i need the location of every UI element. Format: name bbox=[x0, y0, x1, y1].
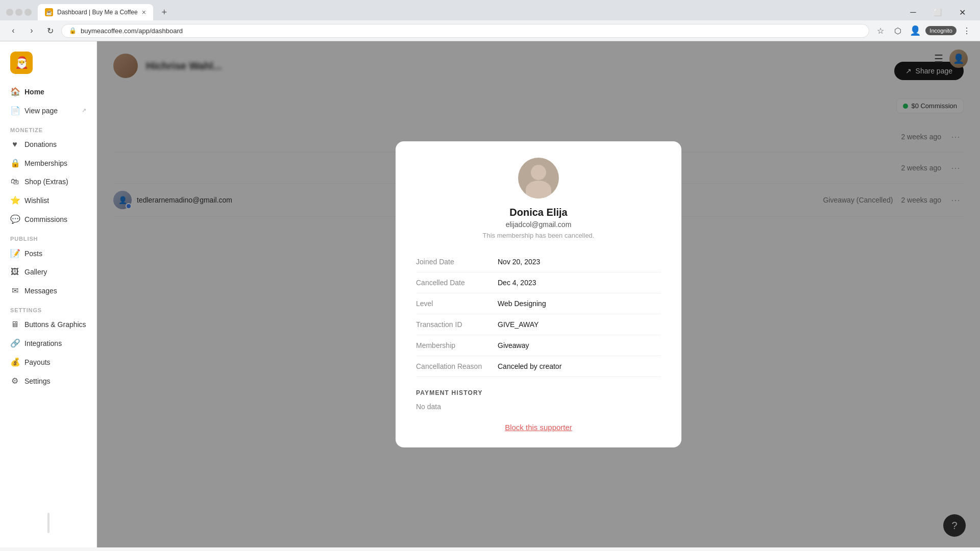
sidebar-item-memberships[interactable]: 🔒 Memberships bbox=[0, 154, 96, 172]
tab-close-icon[interactable]: × bbox=[142, 8, 146, 16]
extension-icon[interactable]: ⬡ bbox=[891, 23, 905, 38]
view-page-icon: 📄 bbox=[10, 106, 19, 115]
tab-title: Dashboard | Buy Me a Coffee bbox=[57, 9, 138, 16]
gallery-icon: 🖼 bbox=[10, 267, 19, 277]
sidebar-item-gallery[interactable]: 🖼 Gallery bbox=[0, 263, 96, 281]
sidebar-item-integrations[interactable]: 🔗 Integrations bbox=[0, 334, 96, 353]
sidebar-item-view-page-label: View page bbox=[24, 107, 58, 115]
browser-titlebar: ☕ Dashboard | Buy Me a Coffee × + ─ ⬜ ✕ bbox=[0, 0, 980, 20]
sidebar-item-payouts[interactable]: 💰 Payouts bbox=[0, 353, 96, 371]
membership-value: Giveaway bbox=[498, 341, 529, 349]
sidebar-item-home-label: Home bbox=[24, 88, 44, 96]
sidebar-item-settings-label: Settings bbox=[24, 377, 51, 385]
main-content: ☰ 👤 Hichrise Wahl... ↗ Share page $0 Com… bbox=[97, 41, 980, 547]
detail-transaction-id: Transaction ID GIVE_AWAY bbox=[416, 314, 661, 335]
sidebar-item-posts[interactable]: 📝 Posts bbox=[0, 244, 96, 263]
block-supporter-button[interactable]: Block this supporter bbox=[396, 423, 681, 432]
url-text: buymeacoffee.com/app/dashboard bbox=[81, 27, 183, 35]
minimize-button[interactable] bbox=[6, 9, 13, 16]
sidebar-item-integrations-label: Integrations bbox=[24, 339, 62, 347]
modal-overlay[interactable]: Donica Elija elijadcol@gmail.com This me… bbox=[97, 41, 980, 547]
logo-emoji: 🎅 bbox=[15, 56, 29, 69]
transaction-id-label: Transaction ID bbox=[416, 320, 498, 329]
joined-date-value: Nov 20, 2023 bbox=[498, 258, 540, 266]
settings-section-label: SETTINGS bbox=[0, 300, 96, 315]
bookmark-icon[interactable]: ☆ bbox=[873, 23, 888, 38]
reload-button[interactable]: ↻ bbox=[43, 23, 57, 38]
incognito-badge: Incognito bbox=[925, 26, 957, 35]
sidebar-item-wishlist[interactable]: ⭐ Wishlist bbox=[0, 191, 96, 210]
sidebar-nav: 🏠 Home 📄 View page ↗ MONETIZE ♥ Donation… bbox=[0, 82, 96, 507]
profile-icon[interactable]: 👤 bbox=[908, 23, 922, 38]
sidebar-item-messages[interactable]: ✉ Messages bbox=[0, 281, 96, 300]
browser-tab[interactable]: ☕ Dashboard | Buy Me a Coffee × bbox=[38, 4, 153, 20]
membership-status: This membership has been cancelled. bbox=[396, 232, 681, 239]
forward-button[interactable]: › bbox=[24, 23, 39, 38]
detail-cancelled-date: Cancelled Date Dec 4, 2023 bbox=[416, 272, 661, 293]
back-button[interactable]: ‹ bbox=[6, 23, 20, 38]
supporter-name: Donica Elija bbox=[396, 207, 681, 218]
sidebar-logo: 🎅 bbox=[0, 49, 96, 82]
level-value: Web Designing bbox=[498, 299, 546, 308]
sidebar-item-donations[interactable]: ♥ Donations bbox=[0, 135, 96, 154]
win-close-button[interactable]: ✕ bbox=[950, 4, 974, 20]
sidebar-item-view-page[interactable]: 📄 View page ↗ bbox=[0, 101, 96, 120]
sidebar-item-wishlist-label: Wishlist bbox=[24, 196, 49, 205]
cancellation-reason-value: Canceled by creator bbox=[498, 362, 561, 370]
transaction-id-value: GIVE_AWAY bbox=[498, 320, 538, 329]
sidebar-item-home[interactable]: 🏠 Home bbox=[0, 82, 96, 101]
wishlist-icon: ⭐ bbox=[10, 195, 19, 205]
home-icon: 🏠 bbox=[10, 87, 19, 96]
detail-cancellation-reason: Cancellation Reason Canceled by creator bbox=[416, 356, 661, 377]
browser-toolbar: ‹ › ↻ 🔒 buymeacoffee.com/app/dashboard ☆… bbox=[0, 20, 980, 41]
new-tab-button[interactable]: + bbox=[157, 5, 172, 19]
sidebar-item-posts-label: Posts bbox=[24, 249, 42, 258]
donations-icon: ♥ bbox=[10, 140, 19, 149]
integrations-icon: 🔗 bbox=[10, 338, 19, 348]
cancelled-date-value: Dec 4, 2023 bbox=[498, 279, 536, 287]
sidebar-item-donations-label: Donations bbox=[24, 140, 57, 148]
sidebar-item-shop[interactable]: 🛍 Shop (Extras) bbox=[0, 172, 96, 191]
sidebar-item-commissions[interactable]: 💬 Commissions bbox=[0, 210, 96, 229]
payment-history-section: PAYMENT HISTORY No data bbox=[396, 377, 681, 411]
sidebar-item-settings[interactable]: ⚙ Settings bbox=[0, 371, 96, 390]
publish-section-label: PUBLISH bbox=[0, 229, 96, 244]
settings-icon: ⚙ bbox=[10, 376, 19, 386]
logo-icon: 🎅 bbox=[10, 52, 33, 74]
cancellation-reason-label: Cancellation Reason bbox=[416, 362, 498, 370]
sidebar: 🎅 🏠 Home 📄 View page ↗ MONETIZE ♥ Donati… bbox=[0, 41, 97, 547]
no-data-label: No data bbox=[416, 403, 661, 411]
lock-icon: 🔒 bbox=[69, 27, 77, 34]
modal-details: Joined Date Nov 20, 2023 Cancelled Date … bbox=[396, 252, 681, 377]
supporter-avatar bbox=[518, 158, 559, 198]
win-minimize-button[interactable]: ─ bbox=[901, 4, 925, 20]
commissions-icon: 💬 bbox=[10, 214, 19, 224]
messages-icon: ✉ bbox=[10, 286, 19, 295]
external-link-icon: ↗ bbox=[82, 107, 86, 114]
detail-membership: Membership Giveaway bbox=[416, 335, 661, 356]
monetize-section-label: MONETIZE bbox=[0, 120, 96, 135]
sidebar-item-payouts-label: Payouts bbox=[24, 358, 51, 366]
toolbar-actions: ☆ ⬡ 👤 Incognito ⋮ bbox=[873, 23, 974, 38]
buttons-graphics-icon: 🖥 bbox=[10, 320, 19, 329]
app-container: 🎅 🏠 Home 📄 View page ↗ MONETIZE ♥ Donati… bbox=[0, 41, 980, 547]
sidebar-item-buttons-graphics[interactable]: 🖥 Buttons & Graphics bbox=[0, 315, 96, 334]
sidebar-item-commissions-label: Commissions bbox=[24, 215, 67, 223]
win-restore-button[interactable]: ⬜ bbox=[926, 4, 949, 20]
sidebar-item-buttons-graphics-label: Buttons & Graphics bbox=[24, 320, 86, 329]
tab-favicon-icon: ☕ bbox=[45, 8, 53, 16]
payment-history-title: PAYMENT HISTORY bbox=[416, 389, 661, 396]
maximize-button[interactable] bbox=[15, 9, 22, 16]
sidebar-item-memberships-label: Memberships bbox=[24, 159, 67, 167]
sidebar-item-gallery-label: Gallery bbox=[24, 268, 47, 276]
detail-level: Level Web Designing bbox=[416, 293, 661, 314]
close-button[interactable] bbox=[24, 9, 32, 16]
supporter-detail-modal: Donica Elija elijadcol@gmail.com This me… bbox=[396, 141, 681, 447]
modal-avatar-wrap bbox=[396, 141, 681, 198]
menu-icon[interactable]: ⋮ bbox=[960, 23, 974, 38]
detail-joined-date: Joined Date Nov 20, 2023 bbox=[416, 252, 661, 272]
address-bar[interactable]: 🔒 buymeacoffee.com/app/dashboard bbox=[61, 24, 869, 38]
payouts-icon: 💰 bbox=[10, 357, 19, 367]
sidebar-scrollbar bbox=[47, 513, 50, 533]
sidebar-item-messages-label: Messages bbox=[24, 287, 57, 295]
